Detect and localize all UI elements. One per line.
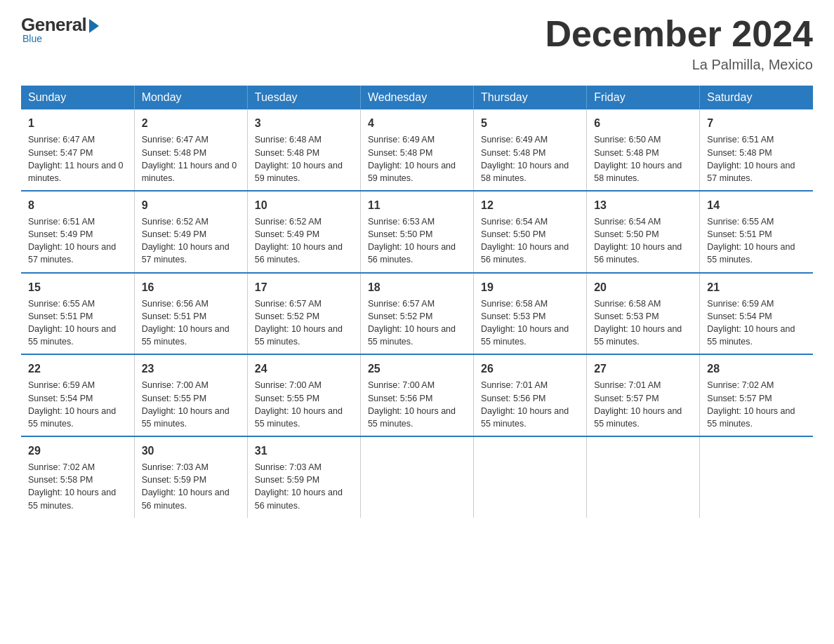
location-text: La Palmilla, Mexico (545, 57, 813, 73)
day-info: Sunrise: 6:51 AMSunset: 5:48 PMDaylight:… (707, 133, 806, 185)
title-area: December 2024 La Palmilla, Mexico (545, 14, 813, 73)
day-number: 29 (28, 443, 127, 459)
calendar-cell (474, 436, 587, 518)
day-info: Sunrise: 6:48 AMSunset: 5:48 PMDaylight:… (255, 133, 353, 185)
day-number: 9 (142, 197, 240, 213)
day-number: 22 (28, 361, 127, 377)
day-number: 28 (707, 361, 806, 377)
day-number: 13 (594, 197, 692, 213)
day-info: Sunrise: 7:01 AMSunset: 5:56 PMDaylight:… (481, 379, 579, 430)
calendar-cell: 27Sunrise: 7:01 AMSunset: 5:57 PMDayligh… (587, 354, 700, 436)
weekday-header-sunday: Sunday (21, 86, 134, 109)
day-number: 14 (707, 197, 806, 213)
day-info: Sunrise: 6:47 AMSunset: 5:48 PMDaylight:… (142, 133, 240, 185)
day-info: Sunrise: 6:50 AMSunset: 5:48 PMDaylight:… (594, 133, 692, 185)
logo-blue-text: Blue (22, 33, 42, 44)
calendar-cell: 18Sunrise: 6:57 AMSunset: 5:52 PMDayligh… (360, 273, 473, 355)
calendar-week-row: 8Sunrise: 6:51 AMSunset: 5:49 PMDaylight… (21, 191, 813, 273)
calendar-week-row: 29Sunrise: 7:02 AMSunset: 5:58 PMDayligh… (21, 436, 813, 518)
day-info: Sunrise: 7:00 AMSunset: 5:55 PMDaylight:… (142, 379, 240, 430)
calendar-cell: 6Sunrise: 6:50 AMSunset: 5:48 PMDaylight… (587, 109, 700, 191)
calendar-cell: 20Sunrise: 6:58 AMSunset: 5:53 PMDayligh… (587, 273, 700, 355)
page-header: General Blue December 2024 La Palmilla, … (21, 14, 813, 73)
calendar-cell: 7Sunrise: 6:51 AMSunset: 5:48 PMDaylight… (700, 109, 813, 191)
day-info: Sunrise: 6:47 AMSunset: 5:47 PMDaylight:… (28, 133, 127, 185)
day-number: 7 (707, 115, 806, 131)
day-info: Sunrise: 6:53 AMSunset: 5:50 PMDaylight:… (368, 215, 466, 267)
day-info: Sunrise: 6:55 AMSunset: 5:51 PMDaylight:… (28, 297, 127, 349)
logo-arrow-icon (89, 19, 99, 33)
day-number: 20 (594, 279, 692, 295)
day-info: Sunrise: 6:59 AMSunset: 5:54 PMDaylight:… (28, 379, 127, 430)
calendar-cell (700, 436, 813, 518)
day-info: Sunrise: 7:00 AMSunset: 5:55 PMDaylight:… (255, 379, 353, 430)
calendar-cell: 3Sunrise: 6:48 AMSunset: 5:48 PMDaylight… (247, 109, 360, 191)
calendar-cell: 13Sunrise: 6:54 AMSunset: 5:50 PMDayligh… (587, 191, 700, 273)
month-title: December 2024 (545, 14, 813, 54)
day-number: 21 (707, 279, 806, 295)
logo: General Blue (21, 14, 99, 44)
day-info: Sunrise: 6:55 AMSunset: 5:51 PMDaylight:… (707, 215, 806, 267)
weekday-header-row: SundayMondayTuesdayWednesdayThursdayFrid… (21, 86, 813, 109)
calendar-cell: 12Sunrise: 6:54 AMSunset: 5:50 PMDayligh… (474, 191, 587, 273)
day-info: Sunrise: 6:59 AMSunset: 5:54 PMDaylight:… (707, 297, 806, 349)
day-info: Sunrise: 6:58 AMSunset: 5:53 PMDaylight:… (594, 297, 692, 349)
calendar-cell (587, 436, 700, 518)
day-info: Sunrise: 6:54 AMSunset: 5:50 PMDaylight:… (594, 215, 692, 267)
calendar-cell: 22Sunrise: 6:59 AMSunset: 5:54 PMDayligh… (21, 354, 134, 436)
calendar-cell: 31Sunrise: 7:03 AMSunset: 5:59 PMDayligh… (247, 436, 360, 518)
day-info: Sunrise: 7:01 AMSunset: 5:57 PMDaylight:… (594, 379, 692, 430)
day-number: 4 (368, 115, 466, 131)
day-number: 18 (368, 279, 466, 295)
day-info: Sunrise: 7:03 AMSunset: 5:59 PMDaylight:… (255, 461, 353, 512)
day-number: 24 (255, 361, 353, 377)
day-number: 6 (594, 115, 692, 131)
day-info: Sunrise: 6:52 AMSunset: 5:49 PMDaylight:… (142, 215, 240, 267)
day-info: Sunrise: 7:03 AMSunset: 5:59 PMDaylight:… (142, 461, 240, 512)
calendar-cell (360, 436, 473, 518)
calendar-cell: 10Sunrise: 6:52 AMSunset: 5:49 PMDayligh… (247, 191, 360, 273)
weekday-header-thursday: Thursday (474, 86, 587, 109)
calendar-week-row: 22Sunrise: 6:59 AMSunset: 5:54 PMDayligh… (21, 354, 813, 436)
day-info: Sunrise: 6:57 AMSunset: 5:52 PMDaylight:… (255, 297, 353, 349)
day-number: 12 (481, 197, 579, 213)
day-info: Sunrise: 7:02 AMSunset: 5:58 PMDaylight:… (28, 461, 127, 512)
calendar-cell: 28Sunrise: 7:02 AMSunset: 5:57 PMDayligh… (700, 354, 813, 436)
calendar-cell: 21Sunrise: 6:59 AMSunset: 5:54 PMDayligh… (700, 273, 813, 355)
day-number: 19 (481, 279, 579, 295)
day-info: Sunrise: 6:57 AMSunset: 5:52 PMDaylight:… (368, 297, 466, 349)
day-number: 5 (481, 115, 579, 131)
day-number: 15 (28, 279, 127, 295)
calendar-cell: 4Sunrise: 6:49 AMSunset: 5:48 PMDaylight… (360, 109, 473, 191)
day-number: 3 (255, 115, 353, 131)
calendar-cell: 23Sunrise: 7:00 AMSunset: 5:55 PMDayligh… (134, 354, 247, 436)
day-info: Sunrise: 6:51 AMSunset: 5:49 PMDaylight:… (28, 215, 127, 267)
weekday-header-saturday: Saturday (700, 86, 813, 109)
calendar-cell: 25Sunrise: 7:00 AMSunset: 5:56 PMDayligh… (360, 354, 473, 436)
calendar-cell: 1Sunrise: 6:47 AMSunset: 5:47 PMDaylight… (21, 109, 134, 191)
day-number: 31 (255, 443, 353, 459)
day-info: Sunrise: 6:49 AMSunset: 5:48 PMDaylight:… (481, 133, 579, 185)
day-info: Sunrise: 6:58 AMSunset: 5:53 PMDaylight:… (481, 297, 579, 349)
day-number: 1 (28, 115, 127, 131)
day-number: 30 (142, 443, 240, 459)
day-info: Sunrise: 6:52 AMSunset: 5:49 PMDaylight:… (255, 215, 353, 267)
calendar-cell: 11Sunrise: 6:53 AMSunset: 5:50 PMDayligh… (360, 191, 473, 273)
day-number: 27 (594, 361, 692, 377)
weekday-header-tuesday: Tuesday (247, 86, 360, 109)
calendar-cell: 16Sunrise: 6:56 AMSunset: 5:51 PMDayligh… (134, 273, 247, 355)
calendar-week-row: 1Sunrise: 6:47 AMSunset: 5:47 PMDaylight… (21, 109, 813, 191)
day-number: 23 (142, 361, 240, 377)
calendar-cell: 24Sunrise: 7:00 AMSunset: 5:55 PMDayligh… (247, 354, 360, 436)
calendar-cell: 30Sunrise: 7:03 AMSunset: 5:59 PMDayligh… (134, 436, 247, 518)
calendar-cell: 14Sunrise: 6:55 AMSunset: 5:51 PMDayligh… (700, 191, 813, 273)
day-number: 11 (368, 197, 466, 213)
weekday-header-monday: Monday (134, 86, 247, 109)
calendar-cell: 2Sunrise: 6:47 AMSunset: 5:48 PMDaylight… (134, 109, 247, 191)
calendar-cell: 9Sunrise: 6:52 AMSunset: 5:49 PMDaylight… (134, 191, 247, 273)
calendar-cell: 19Sunrise: 6:58 AMSunset: 5:53 PMDayligh… (474, 273, 587, 355)
day-number: 2 (142, 115, 240, 131)
calendar-cell: 15Sunrise: 6:55 AMSunset: 5:51 PMDayligh… (21, 273, 134, 355)
day-info: Sunrise: 6:54 AMSunset: 5:50 PMDaylight:… (481, 215, 579, 267)
day-info: Sunrise: 7:00 AMSunset: 5:56 PMDaylight:… (368, 379, 466, 430)
